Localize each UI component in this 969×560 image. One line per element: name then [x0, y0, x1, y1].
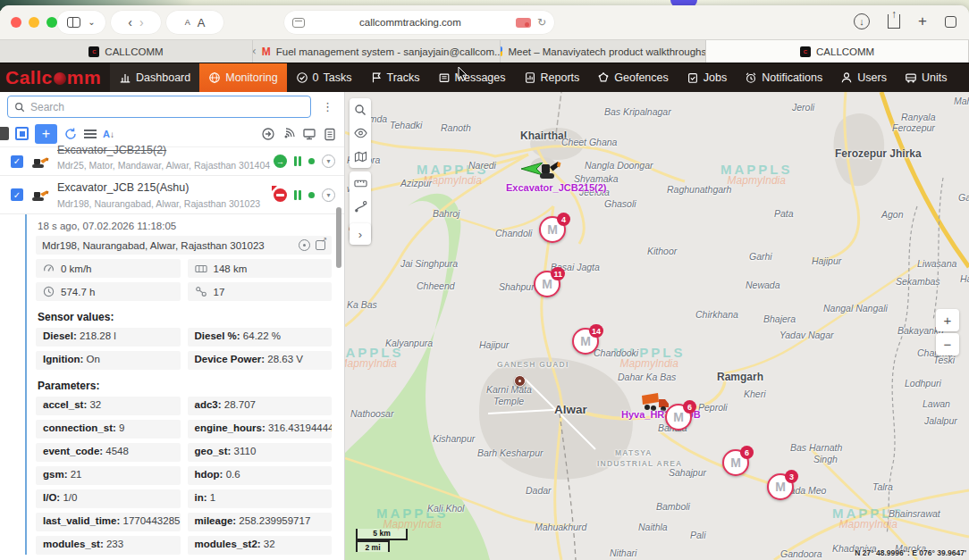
map-place-label: Mahuakhurd: [535, 522, 586, 532]
external-link-icon[interactable]: [316, 240, 325, 250]
nav-geofences[interactable]: Geofences: [588, 63, 677, 92]
unit-cluster-marker[interactable]: M 14: [572, 328, 599, 355]
nav-monitoring[interactable]: Monitoring: [199, 63, 286, 92]
scale-km: 5 km: [356, 529, 408, 540]
chevron-down-icon[interactable]: ⌄: [88, 18, 95, 27]
sort-az-icon[interactable]: A: [103, 129, 114, 139]
map-expand-button[interactable]: ›: [350, 223, 371, 245]
vehicle-label-excavator[interactable]: Excavator_JCB215(2): [506, 182, 607, 193]
connection-dot-icon: [308, 158, 315, 164]
search-options-icon[interactable]: ⋮: [316, 100, 339, 113]
tab-callcomm-active[interactable]: C CALLCOMM: [706, 40, 969, 63]
unit-checkbox[interactable]: ✓: [11, 155, 23, 168]
temple-poi-marker[interactable]: [514, 375, 526, 387]
selection-mode-icon[interactable]: [15, 127, 29, 140]
tab-meet[interactable]: Meet – Manaviyatech product walkthroughs: [501, 40, 706, 63]
unit-row-1[interactable]: ✓ Excavator_JCB215(2) Mdr25, Mator, Mand…: [0, 147, 344, 176]
address-bar[interactable]: callcommtracking.com ↻: [284, 11, 554, 34]
unit-checkbox[interactable]: ✓: [11, 188, 23, 201]
search-icon: [14, 102, 25, 113]
zoom-out-button[interactable]: −: [936, 333, 959, 355]
nav-dashboard[interactable]: Dashboard: [110, 63, 199, 92]
unit-cluster-marker[interactable]: M 6: [722, 449, 749, 476]
unit-location: Mdr198, Naurangabad, Alwar, Rajasthan 30…: [42, 240, 293, 251]
messages-icon: [438, 71, 451, 84]
reader-icon[interactable]: [292, 18, 305, 28]
decrease-text-button[interactable]: A: [185, 18, 190, 27]
nav-jobs[interactable]: Jobs: [678, 63, 736, 92]
app-navbar: Callcmm Dashboard Monitoring 0 Tasks Tra…: [0, 63, 969, 92]
browser-window: ⌄ ‹ › A A callcommtracking.com ↻ ↓ + C: [0, 5, 969, 560]
map-place-label: Bahroj: [433, 208, 459, 219]
excavator-icon: [30, 188, 50, 202]
map-place-label: Bas Harnath: [790, 442, 842, 453]
nav-units[interactable]: Units: [896, 63, 956, 92]
reload-icon[interactable]: ↻: [537, 16, 546, 29]
screen-share-icon[interactable]: [516, 18, 531, 28]
follow-unit-icon[interactable]: [261, 127, 275, 141]
unit-row-2[interactable]: ✓ Excavator_JCB 215(Ashu) Mdr198, Nauran…: [0, 176, 344, 214]
antenna-icon[interactable]: [282, 127, 296, 141]
refresh-icon[interactable]: [63, 127, 78, 141]
monitor-icon[interactable]: [302, 127, 316, 141]
nav-tracks[interactable]: Tracks: [361, 63, 429, 92]
tab-title: CALLCOMM: [816, 46, 874, 57]
forward-button[interactable]: ›: [139, 16, 144, 29]
map-canvas[interactable]: MAPPLS MapmyIndia MAPPLS MapmyIndia MAPP…: [345, 92, 969, 560]
zoom-in-button[interactable]: +: [936, 309, 959, 331]
map-place-label: Garhi: [749, 251, 772, 262]
tasks-count: 0: [313, 71, 319, 84]
nav-users[interactable]: Users: [831, 63, 896, 92]
nav-tasks[interactable]: 0 Tasks: [287, 63, 361, 92]
tab-overview-icon[interactable]: [945, 16, 956, 28]
street-view-icon[interactable]: [299, 239, 310, 251]
fullscreen-window-button[interactable]: [46, 17, 57, 28]
reports-icon: [524, 71, 536, 84]
tab-callcomm-1[interactable]: C CALLCOMM: [0, 40, 253, 63]
map-layers-button[interactable]: [350, 145, 371, 168]
list-view-icon[interactable]: [84, 130, 97, 138]
tab-gmail[interactable]: × M Fuel management system - sanjayjain@…: [253, 40, 501, 63]
back-button[interactable]: ‹: [128, 16, 132, 29]
map-search-button[interactable]: [350, 98, 371, 121]
traffic-lights: [11, 17, 57, 28]
map-place-label: Teski: [933, 355, 955, 365]
sidebar-toggle-icon[interactable]: [67, 17, 80, 28]
new-tab-button[interactable]: +: [918, 13, 927, 30]
unit-cluster-marker[interactable]: M 4: [539, 216, 566, 243]
unit-cluster-marker[interactable]: M 11: [534, 271, 560, 297]
unit-cluster-marker[interactable]: M 6: [665, 404, 692, 430]
nav-messages[interactable]: Messages: [429, 63, 515, 92]
minimize-window-button[interactable]: [29, 17, 39, 28]
map-measure-button[interactable]: [350, 171, 371, 195]
close-tab-icon[interactable]: ×: [253, 46, 257, 58]
url-text[interactable]: callcommtracking.com: [359, 17, 461, 28]
callcomm-logo[interactable]: Callcmm: [0, 63, 110, 92]
sidebar-scrollbar[interactable]: [336, 207, 341, 268]
nav-notifications[interactable]: Notifications: [736, 63, 831, 92]
unit-cluster-marker[interactable]: M 3: [767, 473, 794, 500]
clipped-icon[interactable]: [0, 127, 9, 140]
close-window-button[interactable]: [11, 17, 21, 28]
search-input[interactable]: [30, 101, 304, 113]
map-place-label: Dadar: [526, 485, 552, 496]
share-icon[interactable]: [888, 14, 900, 29]
clipboard-icon[interactable]: [323, 127, 337, 141]
increase-text-button[interactable]: A: [198, 16, 206, 29]
nav-reports[interactable]: Reports: [515, 63, 589, 92]
map-place-label: Lawan: [923, 398, 950, 409]
map-place-label: Hajipur: [479, 339, 509, 350]
expand-unit-icon[interactable]: ▾: [322, 155, 335, 168]
parameter-cell: modules_st233: [36, 536, 181, 555]
downloads-icon[interactable]: ↓: [854, 13, 870, 29]
add-unit-button[interactable]: +: [35, 124, 57, 144]
search-box[interactable]: [7, 96, 311, 118]
excavator-marker[interactable]: [536, 157, 561, 180]
more-menu-icon[interactable]: ⋮: [956, 63, 969, 92]
unit-address: Mdr198, Naurangabad, Alwar, Rajasthan 30…: [57, 198, 260, 209]
map-visibility-button[interactable]: [350, 121, 371, 145]
sensor-cell: Device Power28.63 V: [188, 351, 333, 370]
tab-title: Fuel management system - sanjayjain@call…: [276, 46, 501, 57]
map-routes-button[interactable]: [350, 195, 371, 218]
expand-unit-icon[interactable]: ▾: [322, 188, 335, 202]
